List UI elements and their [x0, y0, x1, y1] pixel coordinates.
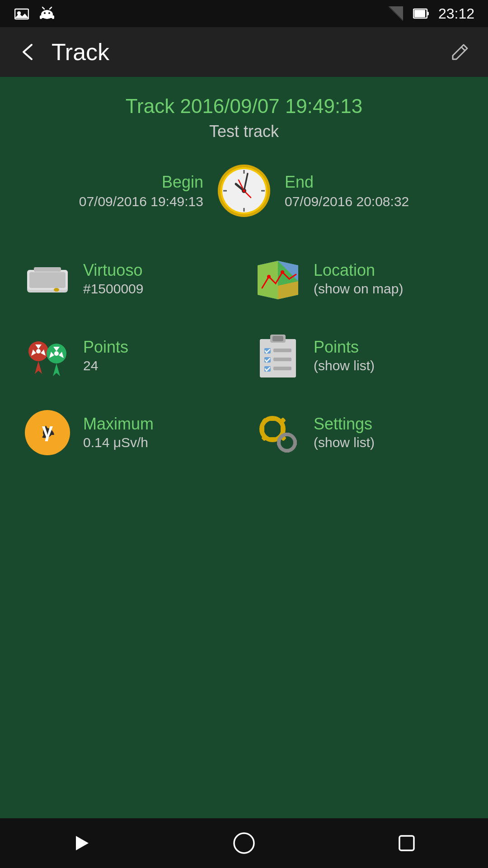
- page-title: Track: [52, 38, 446, 66]
- location-label: Location: [314, 260, 403, 280]
- svg-text:γ: γ: [42, 419, 53, 441]
- svg-rect-60: [269, 416, 276, 421]
- points-count-value: 24: [83, 357, 128, 374]
- svg-rect-8: [40, 15, 42, 19]
- svg-marker-74: [76, 836, 89, 850]
- begin-label: Begin: [79, 173, 203, 192]
- svg-rect-76: [399, 836, 414, 850]
- svg-point-32: [54, 288, 59, 292]
- device-label: Virtuoso: [83, 260, 143, 280]
- android-status-icon: [39, 5, 55, 22]
- maximum-value: 0.14 μSv/h: [83, 434, 154, 451]
- maximum-label: Maximum: [83, 414, 154, 434]
- radiation-pins-icon: [23, 331, 72, 381]
- track-subtitle: Test track: [18, 122, 470, 141]
- device-item[interactable]: Virtuoso #1500009: [18, 245, 239, 313]
- svg-point-39: [281, 270, 284, 274]
- svg-rect-54: [273, 367, 291, 370]
- radiation-badge-icon: γ: [23, 408, 72, 458]
- back-nav-button[interactable]: [63, 825, 99, 861]
- svg-rect-9: [52, 15, 54, 19]
- status-bar: 23:12: [0, 0, 488, 27]
- device-icon: [23, 254, 72, 304]
- svg-point-38: [267, 275, 271, 278]
- points-count-item[interactable]: Points 24: [18, 322, 239, 390]
- svg-rect-73: [293, 440, 297, 445]
- svg-rect-13: [427, 12, 429, 15]
- svg-point-59: [268, 425, 277, 434]
- svg-point-42: [36, 349, 41, 354]
- svg-rect-14: [414, 10, 425, 17]
- settings-label: Settings: [314, 414, 375, 434]
- location-item[interactable]: Location (show on map): [249, 245, 470, 313]
- svg-rect-62: [260, 426, 264, 432]
- end-label: End: [285, 173, 409, 192]
- points-count-label: Points: [83, 337, 128, 357]
- svg-point-4: [44, 12, 46, 14]
- points-list-value: (show list): [314, 357, 375, 374]
- maximum-item[interactable]: γ Maximum 0.14 μSv/h: [18, 399, 239, 467]
- nav-bar: [0, 818, 488, 868]
- signal-status-icon: [388, 5, 404, 22]
- svg-line-15: [461, 47, 465, 51]
- back-button[interactable]: [14, 38, 42, 66]
- svg-rect-3: [42, 14, 52, 18]
- picture-status-icon: [14, 5, 30, 22]
- svg-rect-71: [284, 449, 290, 453]
- begin-value: 07/09/2016 19:49:13: [79, 194, 203, 209]
- location-value: (show on map): [314, 280, 403, 297]
- edit-button[interactable]: [446, 38, 474, 66]
- points-count-text: Points 24: [83, 337, 128, 374]
- svg-rect-63: [281, 426, 285, 432]
- track-title: Track 2016/09/07 19:49:13: [18, 95, 470, 118]
- time-section: Begin 07/09/2016 19:49:13: [18, 164, 470, 218]
- begin-block: Begin 07/09/2016 19:49:13: [79, 173, 203, 209]
- svg-line-6: [42, 7, 44, 9]
- svg-rect-72: [277, 440, 281, 445]
- svg-rect-50: [273, 349, 291, 352]
- device-text: Virtuoso #1500009: [83, 260, 143, 297]
- end-block: End 07/09/2016 20:08:32: [285, 173, 409, 209]
- settings-text: Settings (show list): [314, 414, 375, 451]
- svg-rect-61: [269, 437, 276, 442]
- points-list-text: Points (show list): [314, 337, 375, 374]
- main-content: Track 2016/09/07 19:49:13 Test track Beg…: [0, 77, 488, 818]
- svg-rect-70: [284, 433, 290, 436]
- device-value: #1500009: [83, 280, 143, 297]
- svg-point-5: [48, 12, 50, 14]
- recents-nav-button[interactable]: [389, 825, 425, 861]
- maximum-text: Maximum 0.14 μSv/h: [83, 414, 154, 451]
- settings-icon: [253, 408, 303, 458]
- status-time: 23:12: [438, 5, 474, 22]
- svg-marker-35: [258, 261, 278, 299]
- svg-point-44: [54, 351, 59, 356]
- settings-item[interactable]: Settings (show list): [249, 399, 470, 467]
- svg-point-75: [234, 833, 254, 853]
- svg-line-7: [50, 7, 52, 9]
- settings-value: (show list): [314, 434, 375, 451]
- svg-rect-31: [29, 272, 66, 288]
- svg-point-28: [243, 189, 245, 192]
- svg-rect-33: [34, 267, 61, 272]
- battery-status-icon: [413, 5, 429, 22]
- location-text: Location (show on map): [314, 260, 403, 297]
- map-icon: [253, 254, 303, 304]
- svg-rect-52: [273, 358, 291, 361]
- info-grid: Virtuoso #1500009: [18, 245, 470, 467]
- home-nav-button[interactable]: [226, 825, 262, 861]
- clipboard-icon: [253, 331, 303, 381]
- points-list-label: Points: [314, 337, 375, 357]
- end-value: 07/09/2016 20:08:32: [285, 194, 409, 209]
- app-bar: Track: [0, 27, 488, 77]
- svg-point-69: [284, 439, 290, 446]
- clock-icon: [217, 164, 271, 218]
- svg-rect-48: [272, 336, 283, 341]
- points-list-item[interactable]: Points (show list): [249, 322, 470, 390]
